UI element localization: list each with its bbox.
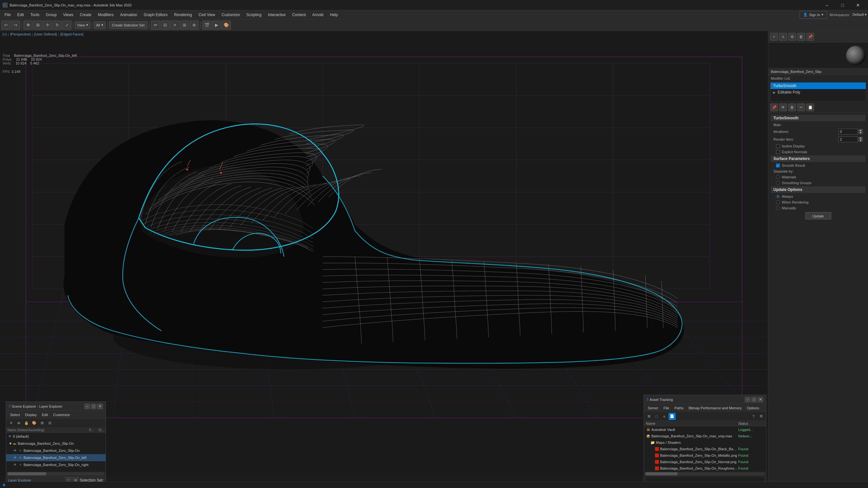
menu-edit[interactable]: Edit [14, 10, 27, 19]
signin-button[interactable]: 👤 Sign In ▾ [800, 11, 827, 19]
modifier-turbosm[interactable]: TurboSmooth [771, 83, 866, 89]
se-restore-button[interactable]: □ [91, 403, 96, 409]
menu-customize[interactable]: Customize [219, 10, 243, 19]
se-lock-icon[interactable]: 🔒 [23, 420, 30, 427]
at-scrollbar[interactable] [645, 472, 765, 476]
se-color-icon[interactable]: 🎨 [31, 420, 38, 427]
at-btn-1[interactable]: ⊞ [645, 413, 652, 420]
close-button[interactable]: ✕ [850, 0, 865, 10]
at-close-button[interactable]: ✕ [757, 397, 764, 402]
rp-config-button[interactable]: ⚙ [788, 33, 796, 41]
smoothing-groups-radio[interactable] [776, 181, 780, 185]
at-restore-button[interactable]: □ [751, 397, 757, 402]
at-btn-2[interactable]: □ [653, 413, 660, 420]
select-button[interactable]: ✥ [24, 21, 33, 30]
at-row-basecolor[interactable]: Balenciaga_Barefoot_Zero_Slip-On_Black_B… [644, 446, 766, 452]
menu-modifiers[interactable]: Modifiers [95, 10, 117, 19]
at-menu-file[interactable]: File [661, 405, 672, 411]
undo-button[interactable]: ↩ [1, 21, 10, 30]
at-options-button[interactable]: ⚙ [757, 413, 765, 420]
iterations-value[interactable]: 0 [838, 129, 858, 134]
at-row-normal[interactable]: Balenciaga_Barefoot_Zero_Slip-On_Normal.… [644, 459, 766, 465]
menu-views[interactable]: Views [60, 10, 76, 19]
materials-row[interactable]: Materials [771, 174, 865, 180]
mod-paste-icon[interactable]: 📋 [806, 103, 814, 111]
redo-button[interactable]: ↪ [11, 21, 20, 30]
se-menu-display[interactable]: Display [23, 412, 39, 417]
layer-button[interactable]: ≡ [170, 21, 180, 30]
se-menu-edit[interactable]: Edit [39, 412, 51, 417]
se-expand-icon[interactable]: ⊞ [38, 420, 45, 427]
turbosm-section-header[interactable]: TurboSmooth [771, 115, 865, 121]
at-row-metallic[interactable]: Balenciaga_Barefoot_Zero_Slip-On_Metalli… [644, 452, 766, 459]
menu-animation[interactable]: Animation [117, 10, 141, 19]
scale-button[interactable]: ⤢ [62, 21, 71, 30]
mirror-button[interactable]: ⇌ [151, 21, 160, 30]
menu-arnold[interactable]: Arnold [309, 10, 327, 19]
smoothing-groups-row[interactable]: Smoothing Groups [771, 180, 865, 186]
at-menu-bitmap[interactable]: Bitmap Performance and Memory [686, 405, 744, 411]
menu-help[interactable]: Help [327, 10, 341, 19]
se-title-bar[interactable]: 3 Scene Explorer - Layer Explorer – □ ✕ [6, 402, 105, 411]
isoline-checkbox[interactable] [776, 144, 780, 148]
mod-pin-icon[interactable]: 📌 [770, 103, 778, 111]
se-delete-icon[interactable]: ✕ [7, 420, 14, 427]
viewport-userdefined-label[interactable]: [User Defined] [34, 32, 57, 36]
at-btn-4-active[interactable]: 📄 [669, 413, 676, 420]
modifier-editablepoly[interactable]: ▶ Editable Poly [771, 89, 866, 95]
at-help-button[interactable]: ? [750, 413, 757, 420]
iterations-spinner[interactable]: 0 ▲ ▼ [838, 129, 863, 134]
mod-show-icon[interactable]: 👁 [779, 103, 787, 111]
se-group-main[interactable]: ▼ ▬ Balenciaga_Barefoot_Zero_Slip-On [6, 440, 105, 447]
smooth-result-row[interactable]: ✓ Smooth Result [771, 163, 865, 168]
snap-button[interactable]: ⊕ [190, 21, 199, 30]
at-scrollbar-thumb[interactable] [645, 472, 678, 476]
isoline-row[interactable]: Isoline Display [771, 143, 865, 149]
create-selection-set-button[interactable]: Create Selection Set [109, 21, 148, 29]
explicit-normals-checkbox[interactable] [776, 150, 780, 154]
material-editor-button[interactable]: 🎨 [222, 21, 231, 30]
viewport-plus-label[interactable]: [+] [3, 32, 7, 36]
maximize-button[interactable]: □ [835, 0, 850, 10]
render-button[interactable]: ▶ [212, 21, 221, 30]
update-button[interactable]: Update [805, 212, 831, 219]
se-mesh-2[interactable]: 👁 ≡ Balenciaga_Barefoot_Zero_Slip-On_lef… [6, 454, 105, 461]
at-row-vault[interactable]: 🏛 Autodesk Vault Logged... [644, 426, 766, 433]
update-options-header[interactable]: Update Options [771, 187, 865, 193]
at-menu-options[interactable]: Options [744, 405, 762, 411]
se-scrollbar[interactable] [7, 472, 104, 476]
iterations-arrows[interactable]: ▲ ▼ [858, 129, 863, 134]
menu-graph-editors[interactable]: Graph Editors [141, 10, 171, 19]
menu-create[interactable]: Create [76, 10, 95, 19]
renderiter-spinner[interactable]: 2 ▲ ▼ [838, 136, 863, 142]
menu-group[interactable]: Group [42, 10, 60, 19]
smooth-result-checkbox[interactable]: ✓ [776, 164, 780, 167]
workspace-dropdown[interactable]: Default ▾ [852, 12, 867, 17]
at-row-roughness[interactable]: Balenciaga_Barefoot_Zero_Slip-On_Roughne… [644, 465, 766, 471]
at-menu-paths[interactable]: Paths [672, 405, 686, 411]
se-menu-customize[interactable]: Customize [51, 412, 73, 417]
renderiter-arrows[interactable]: ▲ ▼ [858, 137, 863, 142]
selection-filter-dropdown[interactable]: All ▾ [94, 21, 105, 29]
se-collapse-icon[interactable]: ⊟ [46, 420, 53, 427]
iterations-down-arrow[interactable]: ▼ [858, 132, 863, 134]
se-close-button[interactable]: ✕ [97, 403, 103, 409]
se-view-icon[interactable]: 👁 [15, 420, 22, 427]
move-button[interactable]: ✛ [43, 21, 52, 30]
rotate-button[interactable]: ↻ [53, 21, 62, 30]
renderiter-value[interactable]: 2 [838, 136, 858, 142]
se-mesh-1[interactable]: 👁 ≡ Balenciaga_Barefoot_Zero_Slip-On [6, 447, 105, 454]
at-menu-server[interactable]: Server [645, 405, 661, 411]
minimize-button[interactable]: – [819, 0, 834, 10]
surface-params-header[interactable]: Surface Parameters [771, 156, 865, 162]
se-layer-default[interactable]: 👁 0 (default) [6, 433, 105, 440]
at-minimize-button[interactable]: – [745, 397, 750, 402]
at-title-bar[interactable]: 3 Asset Tracking – □ ✕ [644, 395, 766, 404]
viewport-perspective-label[interactable]: [Perspective] [10, 32, 31, 36]
se-mesh-3[interactable]: 👁 ≡ Balenciaga_Barefoot_Zero_Slip-On_rig… [6, 461, 105, 468]
reference-dropdown[interactable]: View ▾ [75, 21, 90, 29]
se-minimize-button[interactable]: – [84, 403, 90, 409]
when-rendering-row[interactable]: When Rendering [771, 199, 865, 205]
when-rendering-radio[interactable] [776, 200, 780, 204]
materials-radio[interactable] [776, 175, 780, 179]
